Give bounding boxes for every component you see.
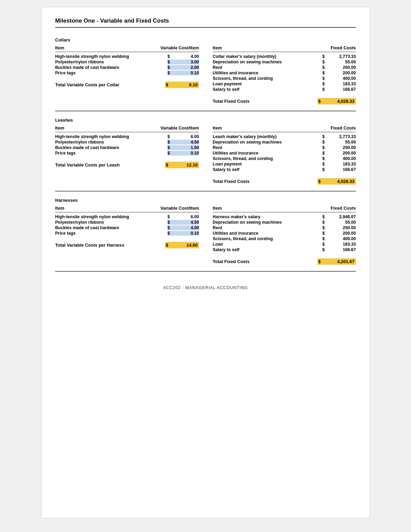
left-total-label-collars: Total Variable Costs per Collar	[55, 82, 165, 87]
left-row-dollar-leashes-1: $	[167, 140, 175, 145]
right-row-dollar-collars-1: $	[322, 60, 328, 64]
left-row-value-harnesses-1: 4.50	[175, 220, 199, 225]
left-total-leashes: Total Variable Costs per Leash $ 12.10	[55, 162, 199, 168]
left-header-item-collars: Item	[55, 45, 144, 50]
right-row-collars-2: Rent $ 250.00	[213, 65, 356, 70]
right-header-cost-leashes: Fixed Costs	[318, 125, 356, 131]
right-row-value-collars-5: 183.33	[328, 82, 356, 86]
right-row-value-harnesses-1: 55.00	[328, 220, 356, 225]
left-total-value-harnesses: 14.60	[173, 242, 199, 248]
right-row-item-collars-4: Scissors, thread, and cording	[213, 76, 322, 81]
left-header-harnesses: Item Variable Cost/Item	[55, 206, 199, 212]
right-row-collars-0: Collar maker's salary (monthly) $ 2,773.…	[213, 54, 356, 59]
right-row-leashes-3: Utilities and insurance $ 200.00	[213, 151, 356, 156]
left-row-dollar-leashes-2: $	[167, 145, 175, 150]
right-total-value-collars: 4,028.33	[325, 98, 356, 104]
right-row-dollar-harnesses-0: $	[322, 214, 328, 219]
left-row-value-collars-3: 0.10	[175, 71, 199, 75]
right-row-collars-3: Utilities and insurance $ 200.00	[213, 71, 356, 75]
right-col-collars: Item Fixed Costs Collar maker's salary (…	[206, 45, 356, 104]
right-row-value-collars-0: 2,773.33	[328, 54, 356, 59]
right-row-item-leashes-3: Utilities and insurance	[213, 151, 322, 156]
section-title-harnesses: Harnesses	[55, 198, 356, 203]
left-row-item-leashes-0: High-tensile strength nylon webbing	[55, 134, 167, 139]
left-row-item-collars-1: Polyester/nylon ribbons	[55, 60, 167, 64]
left-row-item-collars-2: Buckles made of cast hardware	[55, 65, 167, 70]
right-row-dollar-leashes-4: $	[322, 156, 328, 161]
two-col-harnesses: Item Variable Cost/Item High-tensile str…	[55, 206, 356, 265]
two-col-leashes: Item Variable Cost/Item High-tensile str…	[55, 125, 356, 185]
section-harnesses: Harnesses Item Variable Cost/Item High-t…	[55, 191, 356, 272]
left-total-value-collars: 9.10	[173, 82, 199, 88]
right-row-value-leashes-3: 200.00	[328, 151, 356, 156]
right-total-leashes: Total Fixed Costs $ 4,028.33	[213, 178, 356, 185]
left-row-value-collars-2: 2.00	[175, 65, 199, 70]
right-row-leashes-2: Rent $ 250.00	[213, 145, 356, 150]
right-row-leashes-4: Scissors, thread, and cording $ 400.00	[213, 156, 356, 161]
right-row-dollar-harnesses-3: $	[322, 231, 328, 236]
right-row-item-harnesses-4: Scissors, thread, and cording	[213, 236, 322, 241]
section-collars: Collars Item Variable Cost/Item High-ten…	[55, 31, 356, 111]
right-total-value-leashes: 4,028.33	[325, 178, 356, 185]
right-row-dollar-leashes-5: $	[322, 162, 328, 166]
right-row-value-collars-2: 250.00	[328, 65, 356, 70]
left-row-dollar-harnesses-2: $	[167, 225, 175, 230]
left-row-dollar-harnesses-1: $	[167, 220, 175, 225]
left-row-leashes-1: Polyester/nylon ribbons $ 4.50	[55, 140, 199, 145]
left-row-dollar-collars-1: $	[167, 60, 175, 64]
left-row-item-harnesses-2: Buckles made of cast hardware	[55, 225, 167, 230]
left-row-leashes-3: Price tags $ 0.10	[55, 151, 199, 156]
left-row-item-harnesses-3: Price tags	[55, 231, 167, 236]
left-total-dollar-collars: $	[165, 82, 173, 88]
left-row-leashes-0: High-tensile strength nylon webbing $ 6.…	[55, 134, 199, 139]
right-row-item-leashes-1: Depreciation on sewing machines	[213, 140, 322, 145]
left-row-value-harnesses-2: 4.00	[175, 225, 199, 230]
right-row-value-leashes-1: 55.00	[328, 140, 356, 145]
right-row-item-leashes-2: Rent	[213, 145, 322, 150]
right-row-dollar-leashes-0: $	[322, 134, 328, 139]
left-row-dollar-harnesses-0: $	[167, 214, 175, 219]
left-row-dollar-collars-3: $	[167, 71, 175, 75]
right-total-dollar-collars: $	[317, 98, 325, 104]
right-row-dollar-collars-2: $	[322, 65, 328, 70]
left-row-leashes-2: Buckles made of cast hardware $ 1.50	[55, 145, 199, 150]
right-row-item-collars-6: Salary to self	[213, 87, 322, 92]
left-header-item-leashes: Item	[55, 125, 144, 131]
left-total-collars: Total Variable Costs per Collar $ 9.10	[55, 82, 199, 88]
right-row-item-harnesses-1: Depreciation on sewing machines	[213, 220, 322, 225]
right-row-value-leashes-5: 183.33	[328, 162, 356, 166]
right-total-collars: Total Fixed Costs $ 4,028.33	[213, 98, 356, 104]
right-row-item-collars-3: Utilities and insurance	[213, 71, 322, 75]
left-row-collars-3: Price tags $ 0.10	[55, 71, 199, 75]
right-header-cost-harnesses: Fixed Costs	[318, 206, 356, 211]
left-row-collars-2: Buckles made of cast hardware $ 2.00	[55, 65, 199, 70]
right-row-harnesses-3: Utilities and insurance $ 200.00	[213, 231, 356, 236]
left-col-collars: Item Variable Cost/Item High-tensile str…	[55, 45, 206, 104]
right-row-dollar-leashes-6: $	[322, 167, 328, 172]
right-row-value-leashes-0: 2,773.33	[328, 134, 356, 139]
left-row-value-harnesses-0: 6.00	[175, 214, 199, 219]
left-row-value-leashes-3: 0.10	[175, 151, 199, 156]
right-row-dollar-harnesses-5: $	[322, 242, 328, 247]
right-row-value-leashes-2: 250.00	[328, 145, 356, 150]
page-title: Milestone One - Variable and Fixed Costs	[55, 17, 356, 28]
left-header-collars: Item Variable Cost/Item	[55, 45, 199, 52]
left-row-item-harnesses-0: High-tensile strength nylon webbing	[55, 214, 167, 219]
right-row-harnesses-4: Scissors, thread, and cording $ 400.00	[213, 236, 356, 241]
left-row-harnesses-2: Buckles made of cast hardware $ 4.00	[55, 225, 199, 230]
left-total-value-leashes: 12.10	[173, 162, 199, 168]
left-row-dollar-leashes-3: $	[167, 151, 175, 156]
right-row-value-leashes-4: 400.00	[328, 156, 356, 161]
right-total-dollar-leashes: $	[317, 178, 325, 185]
left-row-value-leashes-0: 6.00	[175, 134, 199, 139]
right-row-item-leashes-6: Salary to self	[213, 167, 322, 172]
left-row-value-collars-1: 3.00	[175, 60, 199, 64]
right-header-leashes: Item Fixed Costs	[213, 125, 356, 132]
right-row-value-collars-4: 400.00	[328, 76, 356, 81]
right-header-item-harnesses: Item	[213, 206, 318, 211]
right-row-item-harnesses-2: Rent	[213, 225, 322, 230]
right-row-harnesses-6: Salary to self $ 166.67	[213, 247, 356, 252]
right-row-value-leashes-6: 166.67	[328, 167, 356, 172]
left-row-item-leashes-2: Buckles made of cast hardware	[55, 145, 167, 150]
right-row-item-collars-1: Depreciation on sewing machines	[213, 60, 322, 64]
